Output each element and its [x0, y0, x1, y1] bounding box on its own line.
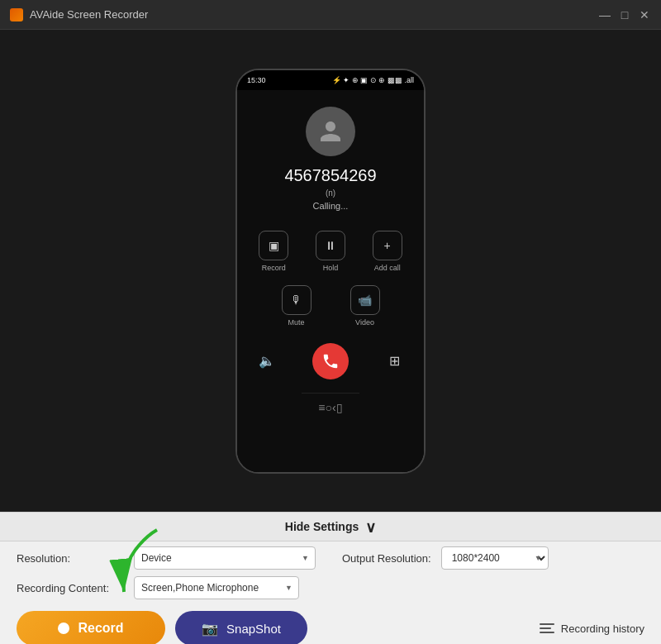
calling-status: Calling... [313, 201, 349, 211]
end-call-icon [321, 352, 340, 370]
history-icon [540, 623, 554, 633]
caller-label: (n) [326, 188, 335, 198]
phone-video-label: Video [355, 318, 374, 327]
resolution-select[interactable]: Device [134, 546, 316, 570]
phone-action-grid-2: 🎙 Mute 📹 Video [237, 285, 424, 327]
phone-addcall-label: Add call [374, 264, 401, 272]
recording-content-select[interactable]: Screen,Phone Microphone [134, 576, 299, 599]
resolution-select-wrapper: Device [134, 546, 316, 570]
hide-settings-bar[interactable]: Hide Settings ∨ [0, 512, 661, 541]
caller-number: 4567854269 [284, 166, 376, 185]
snapshot-button[interactable]: 📷 SnapShot [175, 611, 307, 644]
phone-action-grid: ▣ Record ⏸ Hold + Add call [237, 231, 424, 272]
phone-mute-label: Mute [288, 318, 304, 327]
record-button[interactable]: Record [17, 611, 165, 644]
phone-video-btn[interactable]: 📹 Video [335, 285, 394, 327]
phone-hold-icon: ⏸ [316, 231, 345, 260]
phone-video-icon: 📹 [350, 285, 380, 315]
phone-addcall-icon: + [373, 231, 402, 260]
phone-mockup: 15:30 ⚡ ✦ ⊕ ▣ ⊙ ⊕ ▩▩ .all 4567854269 (n)… [235, 69, 426, 474]
phone-record-label: Record [262, 264, 286, 272]
camera-icon: 📷 [202, 621, 218, 637]
output-resolution-label: Output Resolution: [342, 552, 431, 565]
recording-history-button[interactable]: Recording history [540, 623, 644, 635]
record-label: Record [78, 621, 123, 636]
close-button[interactable]: ✕ [638, 8, 651, 21]
hide-settings-chevron: ∨ [365, 518, 376, 537]
phone-addcall-btn[interactable]: + Add call [364, 231, 411, 272]
title-bar-controls: — □ ✕ [598, 8, 651, 21]
minimize-button[interactable]: — [598, 8, 611, 21]
nav-home-icon: ○ [326, 401, 332, 414]
phone-call-screen: 4567854269 (n) Calling... ▣ Record ⏸ Hol… [237, 90, 424, 472]
end-call-button[interactable] [312, 343, 349, 379]
call-controls: 🔈 ⊞ [237, 343, 424, 379]
settings-row-resolution: Resolution: Device Output Resolution: 10… [0, 541, 661, 575]
phone-hold-label: Hold [323, 264, 339, 272]
settings-row-content: Recording Content: Screen,Phone Micropho… [0, 575, 661, 604]
preview-area: 15:30 ⚡ ✦ ⊕ ▣ ⊙ ⊕ ▩▩ .all 4567854269 (n)… [0, 30, 661, 512]
phone-hold-btn[interactable]: ⏸ Hold [307, 231, 354, 272]
nav-recents-icon: ▯ [336, 401, 343, 414]
phone-mute-icon: 🎙 [282, 285, 311, 315]
status-time: 15:30 [247, 76, 266, 84]
recording-content-select-wrapper: Screen,Phone Microphone [134, 576, 299, 599]
phone-record-btn[interactable]: ▣ Record [250, 231, 297, 272]
action-bar: Record 📷 SnapShot Recording history [0, 604, 661, 644]
record-dot-icon [58, 623, 69, 634]
output-resolution-select[interactable]: 1080*2400 [441, 546, 549, 570]
settings-panel: Hide Settings ∨ Resolution: Device Outpu… [0, 512, 661, 644]
nav-menu-icon: ≡ [318, 401, 325, 414]
snapshot-label: SnapShot [226, 622, 281, 636]
phone-status-bar: 15:30 ⚡ ✦ ⊕ ▣ ⊙ ⊕ ▩▩ .all [237, 70, 424, 90]
phone-mute-btn[interactable]: 🎙 Mute [267, 285, 326, 327]
person-icon [318, 119, 343, 144]
resolution-label: Resolution: [17, 552, 124, 565]
recording-content-label: Recording Content: [17, 582, 124, 594]
output-resolution-select-wrapper: 1080*2400 [441, 546, 549, 570]
app-icon [10, 8, 23, 21]
phone-nav-bar: ≡ ○ ‹ ▯ [302, 393, 359, 422]
caller-avatar [306, 107, 355, 156]
title-bar-left: AVAide Screen Recorder [10, 8, 148, 21]
speaker-button[interactable]: 🔈 [254, 348, 280, 374]
maximize-button[interactable]: □ [618, 8, 631, 21]
app-title: AVAide Screen Recorder [30, 8, 148, 21]
status-icons: ⚡ ✦ ⊕ ▣ ⊙ ⊕ ▩▩ .all [332, 76, 414, 84]
dialpad-button[interactable]: ⊞ [381, 348, 407, 374]
history-label: Recording history [561, 623, 644, 635]
title-bar: AVAide Screen Recorder — □ ✕ [0, 0, 661, 30]
phone-record-icon: ▣ [259, 231, 288, 260]
hide-settings-label: Hide Settings [285, 520, 359, 533]
